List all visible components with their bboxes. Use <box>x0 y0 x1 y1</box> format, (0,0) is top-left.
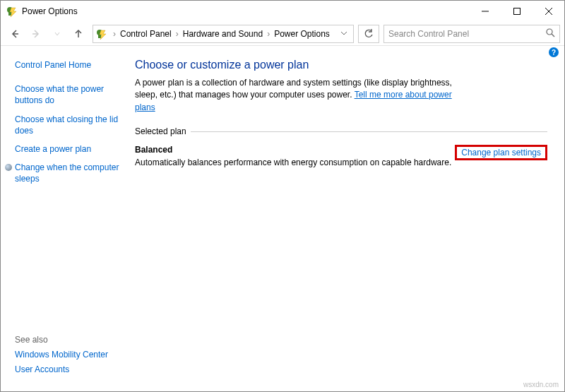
chevron-right-icon[interactable]: › <box>266 29 271 39</box>
maximize-button[interactable] <box>501 1 533 22</box>
sidebar-link-closing-lid[interactable]: Choose what closing the lid does <box>15 114 122 136</box>
breadcrumb-hardware-sound[interactable]: Hardware and Sound <box>180 28 266 40</box>
titlebar: Power Options <box>1 1 564 22</box>
see-also-user-accounts[interactable]: User Accounts <box>15 364 122 375</box>
main-content: Choose or customize a power plan A power… <box>128 46 564 391</box>
sidebar: Control Panel Home Choose what the power… <box>1 46 128 391</box>
svg-point-11 <box>547 29 552 35</box>
see-also-section: See also Windows Mobility Center User Ac… <box>15 331 122 379</box>
chevron-right-icon[interactable]: › <box>112 29 117 39</box>
minimize-button[interactable] <box>469 1 501 22</box>
svg-rect-3 <box>513 8 520 15</box>
power-options-icon <box>6 6 18 17</box>
sidebar-link-create-plan[interactable]: Create a power plan <box>15 143 122 155</box>
power-plug-icon <box>96 28 107 40</box>
sidebar-link-change-sleep-label[interactable]: Change when the computer sleeps <box>15 162 122 184</box>
nav-toolbar: › Control Panel › Hardware and Sound › P… <box>1 22 564 46</box>
svg-line-12 <box>552 34 554 37</box>
chevron-right-icon[interactable]: › <box>174 29 180 39</box>
divider <box>191 131 547 132</box>
close-button[interactable] <box>533 1 564 22</box>
active-indicator-icon <box>5 164 12 171</box>
see-also-mobility-center[interactable]: Windows Mobility Center <box>15 349 122 360</box>
search-icon[interactable] <box>546 28 555 40</box>
selected-plan-label: Selected plan <box>135 126 186 136</box>
content-body: Control Panel Home Choose what the power… <box>1 46 564 391</box>
search-input[interactable] <box>388 29 546 39</box>
sidebar-link-power-buttons[interactable]: Choose what the power buttons do <box>15 83 122 106</box>
help-icon[interactable]: ? <box>549 47 559 57</box>
page-title: Choose or customize a power plan <box>135 59 547 71</box>
highlight-box: Change plan settings <box>455 145 547 160</box>
back-button[interactable] <box>5 24 25 44</box>
address-bar[interactable]: › Control Panel › Hardware and Sound › P… <box>93 25 354 43</box>
forward-button[interactable] <box>26 24 46 44</box>
selected-plan-section-header: Selected plan <box>135 126 547 136</box>
breadcrumb-power-options[interactable]: Power Options <box>271 28 333 40</box>
control-panel-home-link[interactable]: Control Panel Home <box>15 59 122 71</box>
page-description: A power plan is a collection of hardware… <box>135 77 474 114</box>
watermark: wsxdn.com <box>523 381 559 388</box>
see-also-heading: See also <box>15 335 122 345</box>
refresh-button[interactable] <box>358 25 379 43</box>
up-button[interactable] <box>69 24 88 44</box>
plan-name: Balanced <box>135 145 455 155</box>
recent-dropdown[interactable] <box>47 24 67 44</box>
sidebar-link-change-sleep[interactable]: Change when the computer sleeps <box>5 162 122 184</box>
window-title: Power Options <box>22 6 469 16</box>
breadcrumb-control-panel[interactable]: Control Panel <box>117 28 174 40</box>
plan-info: Balanced Automatically balances performa… <box>135 145 455 167</box>
plan-description: Automatically balances performance with … <box>135 158 455 167</box>
search-box[interactable] <box>383 25 560 43</box>
chevron-down-icon[interactable] <box>338 29 350 39</box>
plan-row: Balanced Automatically balances performa… <box>135 145 547 167</box>
change-plan-settings-link[interactable]: Change plan settings <box>458 146 544 159</box>
window-controls <box>469 1 564 22</box>
